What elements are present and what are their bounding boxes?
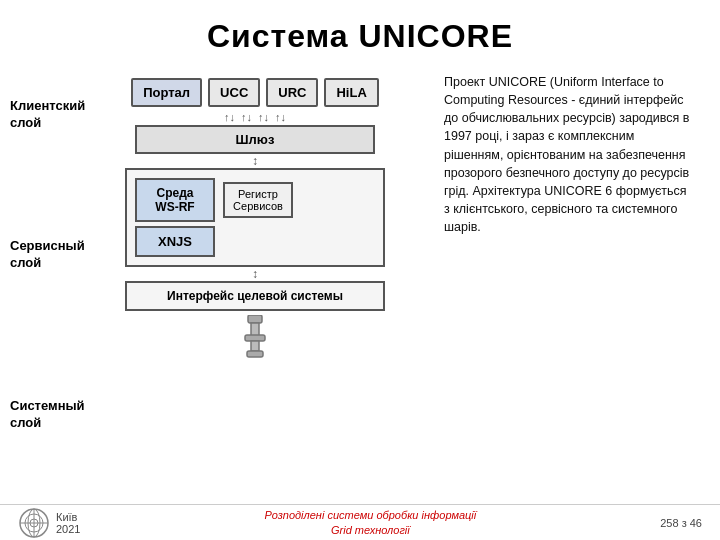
- svg-rect-3: [251, 341, 259, 351]
- footer: Київ 2021 Розподілені системи обробки ін…: [0, 504, 720, 540]
- footer-line1: Розподілені системи обробки інформації: [264, 508, 476, 522]
- plug-icon: [100, 315, 410, 366]
- box-gateway: Шлюз: [135, 125, 375, 154]
- layers-labels: Клиентскийслой Сервисныйслой Системныйсл…: [10, 75, 100, 455]
- svg-rect-0: [248, 315, 262, 323]
- plug-svg: [237, 315, 273, 359]
- box-urc: URC: [266, 78, 318, 107]
- page-title: Система UNICORE: [0, 0, 720, 65]
- arrow-gateway-service: ↕: [100, 154, 410, 168]
- arrow-service-system: ↕: [125, 267, 385, 281]
- box-env: СредаWS-RF: [135, 178, 215, 222]
- box-interface: Интерфейс целевой системы: [125, 281, 385, 311]
- box-hila: HiLA: [324, 78, 378, 107]
- footer-page: 258 з 46: [660, 517, 702, 529]
- client-row: Портал UCC URC HiLA: [100, 78, 410, 107]
- diagram-area: Клиентскийслой Сервисныйслой Системныйсл…: [10, 65, 430, 505]
- box-ucc: UCC: [208, 78, 260, 107]
- svg-rect-4: [247, 351, 263, 357]
- footer-logo: [18, 507, 50, 539]
- footer-city: Київ: [56, 511, 80, 523]
- box-portal: Портал: [131, 78, 202, 107]
- footer-year: 2021: [56, 523, 80, 535]
- footer-center: Розподілені системи обробки інформації G…: [264, 508, 476, 537]
- box-registry: РегистрСервисов: [223, 182, 293, 218]
- service-inner: СредаWS-RF XNJS РегистрСервисов: [135, 178, 375, 257]
- footer-line2: Grid технології: [264, 523, 476, 537]
- diagram-container: Портал UCC URC HiLA ↑↓ ↑↓ ↑↓ ↑↓ Шлюз ↕: [100, 70, 410, 460]
- main-area: Клиентскийслой Сервисныйслой Системныйсл…: [0, 65, 720, 505]
- description-area: Проект UNICORE (Uniform Interface to Com…: [430, 65, 700, 505]
- layer-label-service: Сервисныйслой: [10, 238, 100, 272]
- layer-label-system: Системныйслой: [10, 398, 100, 432]
- footer-city-year: Київ 2021: [56, 511, 80, 535]
- service-section: СредаWS-RF XNJS РегистрСервисов: [125, 168, 385, 267]
- svg-rect-2: [245, 335, 265, 341]
- layer-label-client: Клиентскийслой: [10, 98, 100, 132]
- box-xnjs: XNJS: [135, 226, 215, 257]
- env-xnjs-stack: СредаWS-RF XNJS: [135, 178, 215, 257]
- footer-left: Київ 2021: [18, 507, 80, 539]
